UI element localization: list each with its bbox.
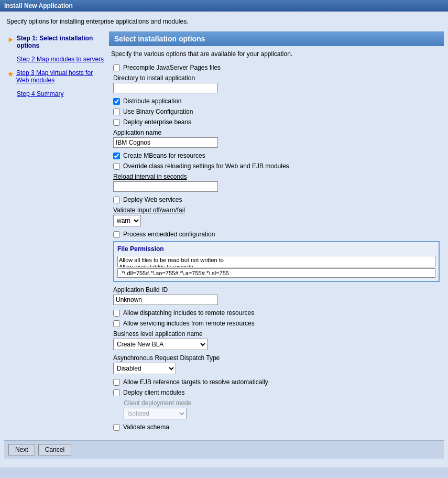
directory-install-label: Directory to install application bbox=[113, 74, 440, 82]
override-class-reload-checkbox[interactable] bbox=[113, 163, 120, 170]
allow-dispatching-checkbox[interactable] bbox=[113, 310, 120, 317]
deploy-web-services-checkbox[interactable] bbox=[113, 197, 120, 203]
reload-interval-input[interactable] bbox=[113, 181, 218, 192]
process-embedded-checkbox[interactable] bbox=[113, 231, 120, 238]
deploy-ejb-row: Deploy enterprise beans bbox=[113, 118, 440, 126]
deploy-client-modules-checkbox[interactable] bbox=[113, 389, 120, 396]
validate-schema-checkbox[interactable] bbox=[113, 424, 120, 431]
nav-step-4: Step 4 Summary bbox=[16, 89, 107, 99]
binary-config-row: Use Binary Configuration bbox=[113, 108, 440, 115]
app-name-label: Application name bbox=[113, 129, 440, 136]
validate-input-dropdown-row: warn off fail bbox=[113, 215, 440, 226]
bla-name-group: Business level application name Create N… bbox=[113, 330, 440, 350]
deploy-ejb-checkbox[interactable] bbox=[113, 119, 120, 126]
allow-servicing-label: Allow servicing includes from remote res… bbox=[123, 320, 255, 327]
panel-title: Select installation options bbox=[114, 35, 205, 43]
allow-ejb-ref-row: Allow EJB reference targets to resolve a… bbox=[113, 378, 440, 386]
client-deployment-mode-select[interactable]: Isolated bbox=[124, 408, 187, 419]
nav-step-1: ► Step 1: Select installation options bbox=[6, 34, 107, 50]
allow-ejb-ref-checkbox[interactable] bbox=[113, 379, 120, 386]
step4-content: Step 4 Summary bbox=[17, 90, 63, 97]
next-button[interactable]: Next bbox=[8, 444, 35, 455]
bla-name-dropdown-row: Create New BLA bbox=[113, 339, 440, 350]
content-area: ► Step 1: Select installation options St… bbox=[4, 31, 444, 435]
binary-config-label: Use Binary Configuration bbox=[123, 108, 193, 115]
step1-content: Step 1: Select installation options bbox=[17, 35, 106, 49]
title-bar: Install New Application bbox=[0, 0, 448, 12]
step4-label: Summary bbox=[37, 90, 63, 97]
step3-link[interactable]: Step 3 Map virtual hosts for Web modules bbox=[16, 69, 93, 84]
allow-ejb-ref-label: Allow EJB reference targets to resolve a… bbox=[123, 378, 268, 386]
process-embedded-label: Process embedded configuration bbox=[123, 231, 215, 238]
create-mbeans-label: Create MBeans for resources bbox=[123, 152, 205, 159]
client-deployment-mode-dropdown-row: Isolated bbox=[124, 408, 440, 419]
app-build-id-input[interactable] bbox=[113, 295, 218, 305]
async-dispatch-dropdown-row: Disabled bbox=[113, 363, 440, 374]
deploy-web-services-label: Deploy Web services bbox=[123, 196, 182, 203]
nav-step-2: Step 2 Map modules to servers bbox=[16, 55, 107, 64]
directory-install-input[interactable] bbox=[113, 83, 218, 93]
step1-arrow-icon: ► bbox=[7, 35, 15, 44]
client-deployment-mode-group: Client deployment mode Isolated bbox=[124, 399, 440, 419]
app-name-input[interactable] bbox=[113, 137, 218, 148]
deploy-ejb-label: Deploy enterprise beans bbox=[123, 118, 191, 126]
step2-number: Step 2 bbox=[17, 56, 35, 63]
deploy-web-services-row: Deploy Web services bbox=[113, 196, 440, 203]
validate-input-select[interactable]: warn off fail bbox=[113, 215, 141, 226]
allow-dispatching-row: Allow dispatching includes to remote res… bbox=[113, 309, 440, 317]
step2-link[interactable]: Step 2 Map modules to servers bbox=[17, 56, 104, 63]
async-dispatch-label: Asynchronous Request Dispatch Type bbox=[113, 354, 440, 362]
left-nav: ► Step 1: Select installation options St… bbox=[4, 31, 109, 435]
validate-schema-label: Validate schema bbox=[123, 423, 169, 431]
async-dispatch-select[interactable]: Disabled bbox=[113, 363, 176, 374]
bla-name-select[interactable]: Create New BLA bbox=[113, 339, 207, 350]
app-build-id-label: Application Build ID bbox=[113, 286, 440, 294]
form-section: Precompile JavaServer Pages files Direct… bbox=[109, 63, 444, 435]
step3-star-icon: ★ bbox=[7, 70, 14, 78]
panel-header: Select installation options bbox=[109, 31, 444, 46]
create-mbeans-row: Create MBeans for resources bbox=[113, 152, 440, 159]
reload-interval-label: Reload interval in seconds bbox=[113, 173, 440, 180]
override-class-reload-label: Override class reloading settings for We… bbox=[123, 162, 289, 170]
process-embedded-row: Process embedded configuration bbox=[113, 231, 440, 238]
create-mbeans-checkbox[interactable] bbox=[113, 153, 120, 159]
allow-servicing-checkbox[interactable] bbox=[113, 320, 120, 327]
nav-step-3: ★ Step 3 Map virtual hosts for Web modul… bbox=[6, 68, 107, 85]
validate-input-group: Validate Input off/warn/fail warn off fa… bbox=[113, 207, 440, 226]
step4-link[interactable]: Step 4 Summary bbox=[17, 90, 63, 97]
file-permission-listbox[interactable]: Allow all files to be read but not writt… bbox=[117, 256, 435, 267]
async-dispatch-group: Asynchronous Request Dispatch Type Disab… bbox=[113, 354, 440, 374]
intro-text: Specify options for installing enterpris… bbox=[4, 16, 444, 27]
override-class-reload-row: Override class reloading settings for We… bbox=[113, 162, 440, 170]
app-name-group: Application name bbox=[113, 129, 440, 148]
precompile-jsp-row: Precompile JavaServer Pages files bbox=[113, 64, 440, 71]
binary-config-checkbox[interactable] bbox=[113, 108, 120, 115]
main-container: Specify options for installing enterpris… bbox=[0, 12, 448, 468]
directory-install-group: Directory to install application bbox=[113, 74, 440, 93]
right-panel: Select installation options Specify the … bbox=[109, 31, 444, 435]
allow-dispatching-label: Allow dispatching includes to remote res… bbox=[123, 309, 254, 317]
distribute-app-checkbox[interactable] bbox=[113, 98, 120, 105]
panel-subtitle: Specify the various options that are ava… bbox=[109, 50, 444, 58]
file-permission-string-input[interactable] bbox=[117, 268, 435, 278]
file-permission-section: File Permission Allow all files to be re… bbox=[113, 241, 440, 282]
step4-number: Step 4 bbox=[17, 90, 35, 97]
step3-content: Step 3 Map virtual hosts for Web modules bbox=[16, 69, 106, 84]
deploy-client-modules-row: Deploy client modules bbox=[113, 389, 440, 396]
precompile-jsp-label: Precompile JavaServer Pages files bbox=[123, 64, 221, 71]
app-build-id-group: Application Build ID bbox=[113, 286, 440, 305]
cancel-button[interactable]: Cancel bbox=[38, 444, 71, 455]
deploy-client-modules-label: Deploy client modules bbox=[123, 389, 184, 396]
step3-number: Step 3 bbox=[16, 69, 35, 77]
distribute-app-row: Distribute application bbox=[113, 97, 440, 105]
allow-servicing-row: Allow servicing includes from remote res… bbox=[113, 320, 440, 327]
distribute-app-label: Distribute application bbox=[123, 97, 181, 105]
precompile-jsp-checkbox[interactable] bbox=[113, 64, 120, 71]
step1-number: Step 1: bbox=[17, 35, 39, 42]
title-bar-label: Install New Application bbox=[4, 2, 73, 9]
bla-name-label: Business level application name bbox=[113, 330, 440, 338]
validate-input-label: Validate Input off/warn/fail bbox=[113, 207, 440, 214]
step2-content: Step 2 Map modules to servers bbox=[17, 56, 104, 63]
step2-label: Map modules to servers bbox=[37, 56, 104, 63]
file-permission-listbox-container: Allow all files to be read but not writt… bbox=[117, 256, 435, 267]
